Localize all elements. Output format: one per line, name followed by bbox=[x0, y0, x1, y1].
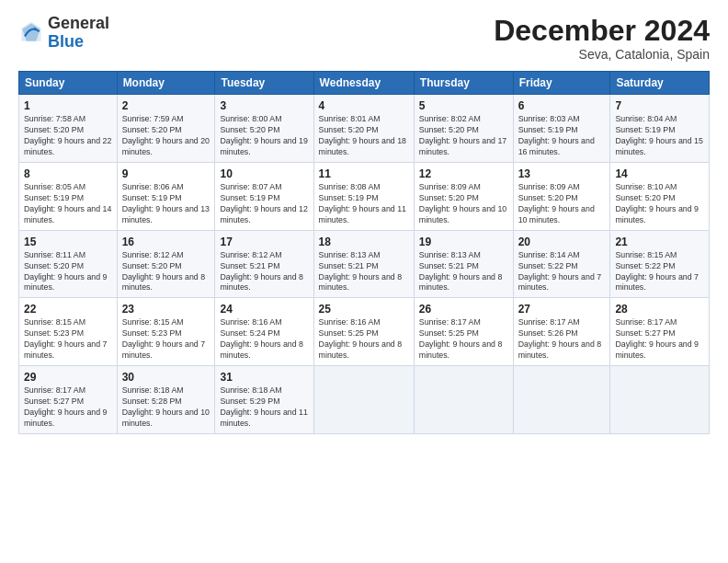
calendar-week-row: 29Sunrise: 8:17 AMSunset: 5:27 PMDayligh… bbox=[19, 365, 710, 433]
calendar-table: Sunday Monday Tuesday Wednesday Thursday… bbox=[18, 71, 710, 433]
day-info: Sunrise: 8:03 AMSunset: 5:19 PMDaylight:… bbox=[518, 114, 606, 158]
table-row: 11Sunrise: 8:08 AMSunset: 5:19 PMDayligh… bbox=[313, 162, 414, 230]
table-row: 12Sunrise: 8:09 AMSunset: 5:20 PMDayligh… bbox=[414, 162, 513, 230]
table-row: 14Sunrise: 8:10 AMSunset: 5:20 PMDayligh… bbox=[610, 162, 710, 230]
table-row: 7Sunrise: 8:04 AMSunset: 5:19 PMDaylight… bbox=[610, 95, 710, 163]
day-number: 19 bbox=[419, 235, 508, 249]
day-number: 30 bbox=[122, 370, 210, 385]
day-number: 4 bbox=[319, 98, 409, 113]
day-number: 2 bbox=[122, 98, 210, 113]
table-row: 24Sunrise: 8:16 AMSunset: 5:24 PMDayligh… bbox=[215, 298, 313, 366]
day-info: Sunrise: 8:12 AMSunset: 5:21 PMDaylight:… bbox=[220, 250, 308, 294]
day-info: Sunrise: 8:18 AMSunset: 5:29 PMDaylight:… bbox=[220, 385, 308, 430]
day-info: Sunrise: 8:09 AMSunset: 5:20 PMDaylight:… bbox=[518, 182, 606, 226]
table-row: 25Sunrise: 8:16 AMSunset: 5:25 PMDayligh… bbox=[313, 298, 414, 366]
table-row: 10Sunrise: 8:07 AMSunset: 5:19 PMDayligh… bbox=[215, 162, 313, 230]
col-thursday: Thursday bbox=[414, 72, 513, 95]
col-sunday: Sunday bbox=[19, 72, 118, 95]
day-info: Sunrise: 8:17 AMSunset: 5:26 PMDaylight:… bbox=[518, 317, 606, 362]
day-number: 1 bbox=[24, 98, 112, 113]
table-row: 26Sunrise: 8:17 AMSunset: 5:25 PMDayligh… bbox=[414, 298, 513, 366]
day-info: Sunrise: 8:17 AMSunset: 5:27 PMDaylight:… bbox=[615, 317, 704, 362]
day-number: 18 bbox=[319, 235, 409, 249]
day-number: 25 bbox=[319, 302, 409, 316]
table-row: 31Sunrise: 8:18 AMSunset: 5:29 PMDayligh… bbox=[215, 365, 313, 433]
day-info: Sunrise: 8:14 AMSunset: 5:22 PMDaylight:… bbox=[518, 250, 606, 294]
col-saturday: Saturday bbox=[610, 72, 710, 95]
table-row: 21Sunrise: 8:15 AMSunset: 5:22 PMDayligh… bbox=[610, 230, 710, 298]
table-row: 18Sunrise: 8:13 AMSunset: 5:21 PMDayligh… bbox=[313, 230, 414, 298]
calendar-week-row: 15Sunrise: 8:11 AMSunset: 5:20 PMDayligh… bbox=[19, 230, 710, 298]
day-info: Sunrise: 8:08 AMSunset: 5:19 PMDaylight:… bbox=[319, 182, 409, 226]
logo: General Blue bbox=[18, 15, 109, 52]
day-number: 12 bbox=[419, 167, 508, 181]
day-number: 10 bbox=[220, 167, 308, 181]
table-row: 3Sunrise: 8:00 AMSunset: 5:20 PMDaylight… bbox=[215, 95, 313, 163]
day-number: 13 bbox=[518, 167, 606, 181]
table-row: 4Sunrise: 8:01 AMSunset: 5:20 PMDaylight… bbox=[313, 95, 414, 163]
col-tuesday: Tuesday bbox=[215, 72, 313, 95]
col-monday: Monday bbox=[117, 72, 215, 95]
table-row: 1Sunrise: 7:58 AMSunset: 5:20 PMDaylight… bbox=[19, 95, 118, 163]
table-row: 9Sunrise: 8:06 AMSunset: 5:19 PMDaylight… bbox=[117, 162, 215, 230]
day-number: 31 bbox=[220, 370, 308, 385]
day-info: Sunrise: 8:17 AMSunset: 5:25 PMDaylight:… bbox=[419, 317, 508, 362]
page-title: December 2024 bbox=[494, 15, 710, 47]
day-info: Sunrise: 8:09 AMSunset: 5:20 PMDaylight:… bbox=[419, 182, 508, 226]
day-info: Sunrise: 8:15 AMSunset: 5:22 PMDaylight:… bbox=[615, 250, 704, 294]
day-info: Sunrise: 8:10 AMSunset: 5:20 PMDaylight:… bbox=[615, 182, 704, 226]
col-friday: Friday bbox=[513, 72, 610, 95]
calendar-week-row: 22Sunrise: 8:15 AMSunset: 5:23 PMDayligh… bbox=[19, 298, 710, 366]
day-info: Sunrise: 8:16 AMSunset: 5:24 PMDaylight:… bbox=[220, 317, 308, 362]
day-number: 29 bbox=[24, 370, 112, 385]
day-number: 8 bbox=[24, 167, 112, 181]
day-info: Sunrise: 8:07 AMSunset: 5:19 PMDaylight:… bbox=[220, 182, 308, 226]
day-number: 5 bbox=[419, 98, 508, 113]
page-header: General Blue December 2024 Seva, Catalon… bbox=[18, 15, 710, 62]
day-number: 6 bbox=[518, 98, 606, 113]
day-info: Sunrise: 8:04 AMSunset: 5:19 PMDaylight:… bbox=[615, 114, 704, 158]
day-info: Sunrise: 8:01 AMSunset: 5:20 PMDaylight:… bbox=[319, 114, 409, 158]
day-number: 3 bbox=[220, 98, 308, 113]
table-row: 6Sunrise: 8:03 AMSunset: 5:19 PMDaylight… bbox=[513, 95, 610, 163]
table-row: 5Sunrise: 8:02 AMSunset: 5:20 PMDaylight… bbox=[414, 95, 513, 163]
logo-general: General bbox=[48, 14, 109, 32]
day-info: Sunrise: 8:00 AMSunset: 5:20 PMDaylight:… bbox=[220, 114, 308, 158]
day-number: 23 bbox=[122, 302, 210, 316]
table-row bbox=[313, 365, 414, 433]
table-row: 2Sunrise: 7:59 AMSunset: 5:20 PMDaylight… bbox=[117, 95, 215, 163]
table-row bbox=[610, 365, 710, 433]
table-row: 30Sunrise: 8:18 AMSunset: 5:28 PMDayligh… bbox=[117, 365, 215, 433]
table-row: 28Sunrise: 8:17 AMSunset: 5:27 PMDayligh… bbox=[610, 298, 710, 366]
table-row: 13Sunrise: 8:09 AMSunset: 5:20 PMDayligh… bbox=[513, 162, 610, 230]
table-row: 23Sunrise: 8:15 AMSunset: 5:23 PMDayligh… bbox=[117, 298, 215, 366]
day-info: Sunrise: 8:05 AMSunset: 5:19 PMDaylight:… bbox=[24, 182, 112, 226]
col-wednesday: Wednesday bbox=[313, 72, 414, 95]
day-info: Sunrise: 7:58 AMSunset: 5:20 PMDaylight:… bbox=[24, 114, 112, 158]
calendar-week-row: 8Sunrise: 8:05 AMSunset: 5:19 PMDaylight… bbox=[19, 162, 710, 230]
day-number: 27 bbox=[518, 302, 606, 316]
day-info: Sunrise: 8:02 AMSunset: 5:20 PMDaylight:… bbox=[419, 114, 508, 158]
page-subtitle: Seva, Catalonia, Spain bbox=[494, 47, 710, 62]
table-row: 19Sunrise: 8:13 AMSunset: 5:21 PMDayligh… bbox=[414, 230, 513, 298]
day-info: Sunrise: 7:59 AMSunset: 5:20 PMDaylight:… bbox=[122, 114, 210, 158]
table-row: 22Sunrise: 8:15 AMSunset: 5:23 PMDayligh… bbox=[19, 298, 118, 366]
title-block: December 2024 Seva, Catalonia, Spain bbox=[494, 15, 710, 62]
day-number: 26 bbox=[419, 302, 508, 316]
table-row: 17Sunrise: 8:12 AMSunset: 5:21 PMDayligh… bbox=[215, 230, 313, 298]
day-number: 11 bbox=[319, 167, 409, 181]
day-number: 21 bbox=[615, 235, 704, 249]
day-info: Sunrise: 8:06 AMSunset: 5:19 PMDaylight:… bbox=[122, 182, 210, 226]
day-info: Sunrise: 8:11 AMSunset: 5:20 PMDaylight:… bbox=[24, 250, 112, 294]
day-number: 17 bbox=[220, 235, 308, 249]
day-info: Sunrise: 8:15 AMSunset: 5:23 PMDaylight:… bbox=[24, 317, 112, 362]
day-info: Sunrise: 8:12 AMSunset: 5:20 PMDaylight:… bbox=[122, 250, 210, 294]
day-info: Sunrise: 8:17 AMSunset: 5:27 PMDaylight:… bbox=[24, 385, 112, 430]
table-row: 15Sunrise: 8:11 AMSunset: 5:20 PMDayligh… bbox=[19, 230, 118, 298]
table-row: 20Sunrise: 8:14 AMSunset: 5:22 PMDayligh… bbox=[513, 230, 610, 298]
day-number: 7 bbox=[615, 98, 704, 113]
day-number: 16 bbox=[122, 235, 210, 249]
table-row: 29Sunrise: 8:17 AMSunset: 5:27 PMDayligh… bbox=[19, 365, 118, 433]
day-number: 9 bbox=[122, 167, 210, 181]
calendar-header-row: Sunday Monday Tuesday Wednesday Thursday… bbox=[19, 72, 710, 95]
